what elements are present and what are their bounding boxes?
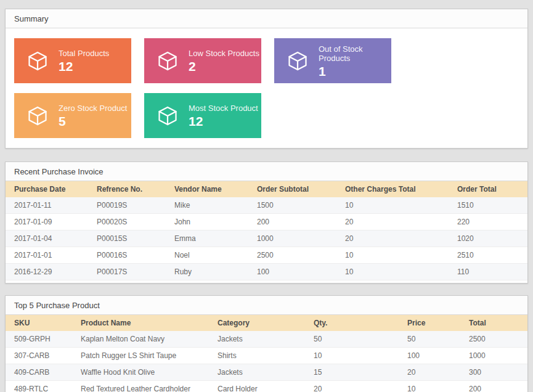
card-label: Out of Stock Products bbox=[319, 44, 391, 63]
cell: 10 bbox=[402, 381, 464, 392]
panel-title-recent-purchase-invoice: Recent Purchase Invoice bbox=[6, 162, 527, 181]
cell: Ruby bbox=[169, 264, 252, 280]
summary-cards: Total Products 12 Low Stock Products 2 O… bbox=[6, 28, 527, 148]
card-value: 12 bbox=[189, 115, 258, 128]
cell: 20 bbox=[402, 364, 464, 381]
cell: Patch Rugger LS Shirt Taupe bbox=[76, 348, 213, 364]
cell: 200 bbox=[252, 214, 340, 231]
cell: 1000 bbox=[464, 348, 527, 364]
cell: 307-CARB bbox=[6, 348, 76, 364]
cell: 10 bbox=[309, 348, 402, 364]
card-value: 12 bbox=[59, 60, 109, 73]
table-header-row: Purchase Date Refrence No. Vendor Name O… bbox=[6, 181, 527, 197]
cell: Jackets bbox=[213, 331, 309, 348]
card-value: 1 bbox=[319, 65, 391, 78]
column-header: Vendor Name bbox=[169, 181, 252, 197]
cell: P00016S bbox=[92, 247, 169, 264]
cell: John bbox=[169, 214, 252, 231]
cell: P00017S bbox=[92, 264, 169, 280]
column-header: SKU bbox=[6, 315, 76, 331]
cell: 50 bbox=[402, 331, 464, 348]
cell: 489-RTLC bbox=[6, 381, 76, 392]
cell: 2017-01-04 bbox=[6, 231, 92, 247]
cell: Noel bbox=[169, 247, 252, 264]
table-row: 2017-01-04 P00015S Emma 1000 20 1020 bbox=[6, 231, 527, 247]
recent-purchase-invoice-table: Purchase Date Refrence No. Vendor Name O… bbox=[6, 181, 527, 280]
card-total-products: Total Products 12 bbox=[14, 38, 131, 83]
cell: 50 bbox=[309, 331, 402, 348]
cell: 100 bbox=[252, 264, 340, 280]
cube-icon bbox=[157, 50, 179, 72]
cell: P00019S bbox=[92, 197, 169, 214]
cell: 2500 bbox=[252, 247, 340, 264]
cell: 2017-01-01 bbox=[6, 247, 92, 264]
cell: Jackets bbox=[213, 364, 309, 381]
cell: P00015S bbox=[92, 231, 169, 247]
column-header: Order Total bbox=[452, 181, 527, 197]
cell: P00020S bbox=[92, 214, 169, 231]
card-out-of-stock-products: Out of Stock Products 1 bbox=[274, 38, 391, 83]
table-header-row: SKU Product Name Category Qty. Price Tot… bbox=[6, 315, 527, 331]
cell: Red Textured Leather Cardholder bbox=[76, 381, 213, 392]
cell: 110 bbox=[452, 264, 527, 280]
column-header: Total bbox=[464, 315, 527, 331]
cell: Card Holder bbox=[213, 381, 309, 392]
table-row: 509-GRPH Kaplan Melton Coat Navy Jackets… bbox=[6, 331, 527, 348]
cell: 300 bbox=[464, 364, 527, 381]
cell: Waffle Hood Knit Olive bbox=[76, 364, 213, 381]
cell: 20 bbox=[340, 231, 452, 247]
table-row: 2016-12-29 P00017S Ruby 100 10 110 bbox=[6, 264, 527, 280]
cell: Kaplan Melton Coat Navy bbox=[76, 331, 213, 348]
cube-icon bbox=[26, 50, 49, 72]
table-row: 409-CARB Waffle Hood Knit Olive Jackets … bbox=[6, 364, 527, 381]
cell: Shirts bbox=[213, 348, 309, 364]
column-header: Other Charges Total bbox=[340, 181, 452, 197]
cube-icon bbox=[26, 105, 49, 127]
cube-icon bbox=[157, 105, 179, 127]
cell: 10 bbox=[340, 197, 452, 214]
cell: 509-GRPH bbox=[6, 331, 76, 348]
cell: 10 bbox=[340, 264, 452, 280]
summary-panel: Summary Total Products 12 Low Stock Prod… bbox=[5, 9, 528, 149]
cell: 200 bbox=[464, 381, 527, 392]
recent-purchase-invoice-panel: Recent Purchase Invoice Purchase Date Re… bbox=[5, 161, 528, 284]
cell: 2510 bbox=[452, 247, 527, 264]
cell: 15 bbox=[309, 364, 402, 381]
table-row: 2017-01-01 P00016S Noel 2500 10 2510 bbox=[6, 247, 527, 264]
cell: 409-CARB bbox=[6, 364, 76, 381]
cell: 100 bbox=[402, 348, 464, 364]
card-zero-stock-product: Zero Stock Product 5 bbox=[14, 93, 131, 138]
table-row: 2017-01-09 P00020S John 200 20 220 bbox=[6, 214, 527, 231]
card-label: Most Stock Product bbox=[189, 104, 258, 113]
cell: 20 bbox=[340, 214, 452, 231]
cell: 1510 bbox=[452, 197, 527, 214]
card-label: Low Stock Products bbox=[189, 49, 259, 58]
cell: 1000 bbox=[252, 231, 340, 247]
cell: 1020 bbox=[452, 231, 527, 247]
panel-title-summary: Summary bbox=[6, 9, 527, 28]
top-purchase-product-panel: Top 5 Purchase Product SKU Product Name … bbox=[5, 295, 528, 392]
card-label: Zero Stock Product bbox=[59, 104, 127, 113]
cell: Emma bbox=[169, 231, 252, 247]
cell: 20 bbox=[309, 381, 402, 392]
cell: 2500 bbox=[464, 331, 527, 348]
cell: 2017-01-11 bbox=[6, 197, 92, 214]
card-label: Total Products bbox=[59, 49, 109, 58]
column-header: Category bbox=[213, 315, 309, 331]
card-low-stock-products: Low Stock Products 2 bbox=[144, 38, 261, 83]
cell: 2017-01-09 bbox=[6, 214, 92, 231]
top-purchase-product-table: SKU Product Name Category Qty. Price Tot… bbox=[6, 315, 527, 392]
cell: 2016-12-29 bbox=[6, 264, 92, 280]
column-header: Refrence No. bbox=[92, 181, 169, 197]
table-row: 307-CARB Patch Rugger LS Shirt Taupe Shi… bbox=[6, 348, 527, 364]
table-row: 489-RTLC Red Textured Leather Cardholder… bbox=[6, 381, 527, 392]
cell: 220 bbox=[452, 214, 527, 231]
column-header: Purchase Date bbox=[6, 181, 92, 197]
column-header: Order Subtotal bbox=[252, 181, 340, 197]
card-value: 2 bbox=[189, 60, 259, 73]
card-value: 5 bbox=[59, 115, 127, 128]
cell: 10 bbox=[340, 247, 452, 264]
cell: Mike bbox=[169, 197, 252, 214]
card-most-stock-product: Most Stock Product 12 bbox=[144, 93, 261, 138]
panel-title-top-purchase-product: Top 5 Purchase Product bbox=[6, 296, 527, 315]
